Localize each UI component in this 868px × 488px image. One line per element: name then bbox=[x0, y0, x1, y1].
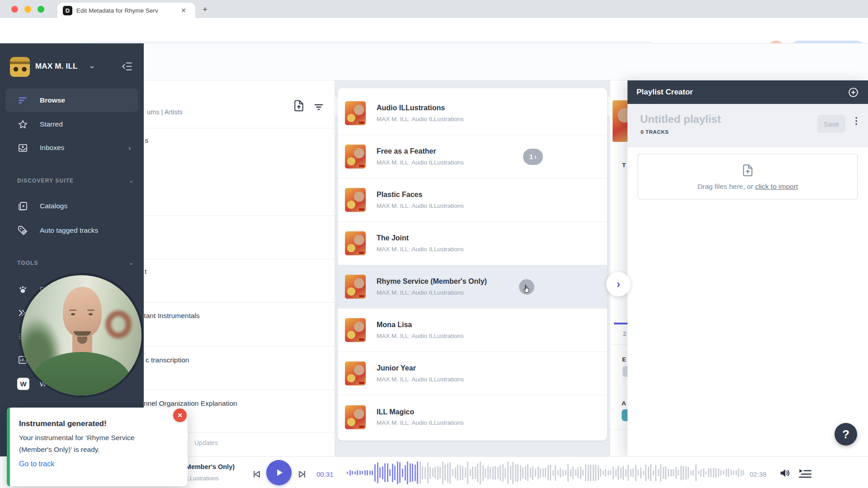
sidebar-collapse-icon[interactable] bbox=[121, 61, 133, 72]
section-chevron-icon[interactable]: ⌄ bbox=[128, 176, 134, 184]
go-to-track-link[interactable]: Go to track bbox=[19, 460, 54, 468]
play-button[interactable] bbox=[266, 460, 292, 485]
person-eye bbox=[89, 313, 93, 315]
traffic-close-button[interactable] bbox=[11, 6, 18, 13]
library-item-fragment[interactable]: nstant Instrumentals bbox=[137, 312, 200, 320]
playlist-creator-panel: Playlist Creator Untitled playlist 0 TRA… bbox=[627, 80, 868, 456]
divider bbox=[136, 128, 335, 128]
track-row[interactable]: Junior Year MAX M. ILL: Audio ILLustrati… bbox=[338, 352, 607, 395]
browser-tab-strip: D Edit Metadata for Rhyme Serv ✕ + bbox=[0, 0, 868, 18]
album-art bbox=[345, 231, 366, 255]
track-artist: MAX M. ILL: Audio ILLustrations bbox=[377, 116, 464, 122]
save-button[interactable]: Save bbox=[817, 115, 845, 133]
sidebar-item-browse[interactable]: Browse bbox=[5, 89, 138, 112]
sidebar-item-starred[interactable]: Starred bbox=[5, 113, 138, 136]
traffic-minimize-button[interactable] bbox=[24, 6, 31, 13]
track-results-card: Audio ILLustrations MAX M. ILL: Audio IL… bbox=[338, 88, 607, 441]
divider bbox=[136, 302, 335, 303]
star-icon bbox=[17, 119, 28, 130]
library-item-fragment[interactable]: Updates bbox=[194, 439, 218, 446]
queue-icon[interactable] bbox=[798, 468, 812, 479]
library-item-fragment[interactable]: t bbox=[145, 267, 146, 276]
track-row-highlighted[interactable]: Rhyme Service (Member's Only) MAX M. ILL… bbox=[338, 265, 607, 309]
sidebar-item-auto-tagged-tracks[interactable]: Auto tagged tracks bbox=[5, 219, 138, 242]
background-wreath bbox=[105, 310, 132, 338]
version-count-badge[interactable]: 1 › bbox=[523, 149, 543, 165]
divider bbox=[611, 344, 628, 345]
add-playlist-icon[interactable] bbox=[848, 87, 859, 98]
person-eyebrow bbox=[69, 310, 76, 311]
track-row[interactable]: The Joint MAX M. ILL: Audio ILLustration… bbox=[338, 222, 607, 265]
toast-body-line: Your instrumental for ‘Rhyme Service bbox=[19, 434, 134, 442]
active-tab-underline bbox=[614, 323, 627, 324]
w-tool-icon[interactable]: W bbox=[17, 378, 29, 390]
previous-track-button[interactable] bbox=[251, 469, 262, 480]
hand-cursor bbox=[520, 282, 533, 295]
help-button[interactable]: ? bbox=[835, 423, 857, 446]
volume-icon[interactable] bbox=[778, 467, 791, 479]
album-art bbox=[345, 318, 366, 342]
workspace-name[interactable]: MAX M. ILL bbox=[35, 62, 78, 71]
section-discovery-suite: DISCOVERY SUITE bbox=[17, 178, 74, 184]
toast-close-icon[interactable]: ✕ bbox=[173, 408, 187, 422]
track-artist: MAX M. ILL: Audio ILLustrations bbox=[377, 376, 464, 383]
upload-file-icon[interactable] bbox=[292, 99, 306, 113]
playlist-name-input[interactable]: Untitled playlist bbox=[640, 113, 721, 126]
track-title: Mona Lisa bbox=[377, 321, 464, 329]
new-tab-button[interactable]: + bbox=[203, 5, 208, 14]
track-artist: MAX M. ILL: Audio ILLustrations bbox=[377, 419, 464, 426]
w-letter: W bbox=[20, 380, 26, 388]
badge-count: 1 bbox=[529, 153, 533, 160]
playlist-menu-kebab-icon[interactable]: ⋮ bbox=[852, 118, 861, 123]
drop-text: Drag files here, or bbox=[698, 183, 755, 190]
person-eye bbox=[71, 313, 75, 315]
workspace-logo[interactable] bbox=[10, 57, 30, 77]
inbox-icon bbox=[17, 143, 28, 153]
traffic-zoom-button[interactable] bbox=[38, 6, 44, 13]
library-item-fragment[interactable]: s bbox=[145, 136, 148, 145]
question-mark-icon: ? bbox=[842, 427, 849, 441]
playlist-track-count: 0 TRACKS bbox=[641, 129, 669, 135]
browser-tab[interactable]: D Edit Metadata for Rhyme Serv ✕ bbox=[57, 3, 195, 18]
library-panel: ums | Artists s t nstant Instrumentals c… bbox=[136, 80, 335, 456]
toast-success-stripe bbox=[7, 408, 10, 486]
metadata-fragment: A bbox=[622, 400, 626, 407]
library-item-fragment[interactable]: c transcription bbox=[146, 356, 189, 364]
divider bbox=[136, 259, 335, 259]
library-header-fragment[interactable]: ums | Artists bbox=[147, 108, 183, 116]
sidebar-item-catalogs[interactable]: Catalogs bbox=[5, 194, 138, 218]
workspace-chevron-icon[interactable]: ⌄ bbox=[89, 61, 95, 70]
browse-icon bbox=[17, 95, 28, 105]
file-dropzone[interactable]: Drag files here, or click to import bbox=[637, 154, 858, 200]
screen: D Edit Metadata for Rhyme Serv ✕ + max-m… bbox=[0, 0, 868, 488]
disco-favicon: D bbox=[63, 6, 72, 15]
sidebar-item-inboxes[interactable]: Inboxes bbox=[5, 136, 138, 160]
sidebar-item-label: Browse bbox=[40, 96, 65, 104]
track-row[interactable]: ILL Magico MAX M. ILL: Audio ILLustratio… bbox=[338, 395, 607, 439]
track-artist: MAX M. ILL: Audio ILLustrations bbox=[377, 333, 464, 339]
album-art bbox=[345, 145, 366, 169]
track-title: Audio ILLustrations bbox=[377, 104, 464, 112]
close-glyph: ✕ bbox=[177, 412, 183, 419]
person-eyebrow bbox=[87, 310, 94, 311]
track-title: Free as a Feather bbox=[377, 147, 464, 155]
section-chevron-icon[interactable]: ⌄ bbox=[128, 258, 134, 267]
tab-close-icon[interactable]: ✕ bbox=[181, 7, 186, 14]
dropzone-text: Drag files here, or click to import bbox=[698, 183, 798, 191]
metadata-album-art-fragment bbox=[613, 100, 628, 142]
track-row[interactable]: Free as a Feather MAX M. ILL: Audio ILLu… bbox=[338, 135, 607, 178]
divider bbox=[136, 389, 335, 390]
total-time: 02:38 bbox=[750, 470, 767, 478]
filter-icon[interactable] bbox=[313, 102, 325, 112]
click-to-import-link[interactable]: click to import bbox=[755, 183, 798, 190]
toast-body-line: (Member's Only)’ is ready. bbox=[19, 446, 100, 454]
chevron-right-icon: › bbox=[617, 278, 620, 291]
track-row[interactable]: Mona Lisa MAX M. ILL: Audio ILLustration… bbox=[338, 309, 607, 352]
next-track-button[interactable] bbox=[297, 469, 308, 480]
track-row[interactable]: Audio ILLustrations MAX M. ILL: Audio IL… bbox=[338, 92, 607, 135]
panel-expander-button[interactable]: › bbox=[606, 272, 631, 296]
divider bbox=[611, 429, 628, 430]
waveform[interactable] bbox=[347, 460, 746, 485]
track-row[interactable]: Plastic Faces MAX M. ILL: Audio ILLustra… bbox=[338, 178, 607, 222]
webcam-overlay[interactable] bbox=[21, 275, 142, 395]
